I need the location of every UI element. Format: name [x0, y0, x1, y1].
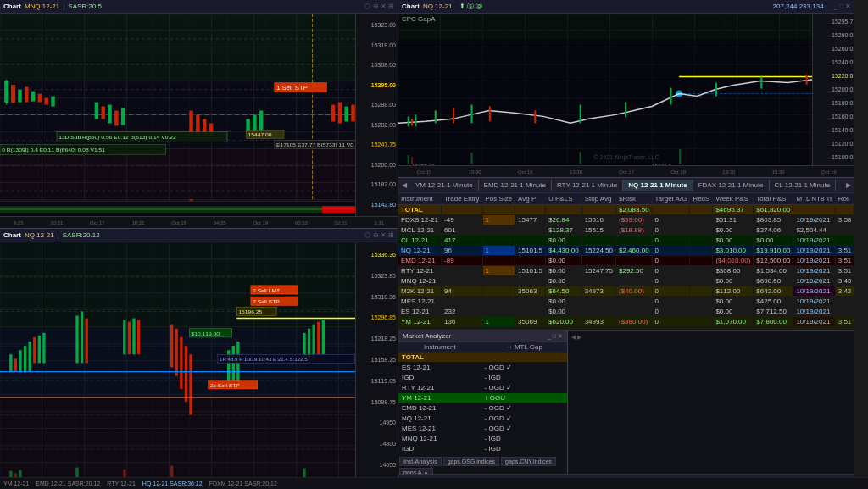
svg-rect-17 [38, 94, 42, 103]
instrument-tabs-bar[interactable]: ◀ YM 12-21 1 Minute EMD 12-21 1 Minute R… [398, 178, 854, 193]
svg-rect-81 [128, 322, 131, 355]
indicator-strip-top [0, 201, 355, 216]
chart-top-right-title: Chart [402, 3, 420, 10]
table-row: CL 12-21 417 $0.00 0 $0.00 $0.00 10/19/2… [398, 236, 854, 246]
chart-bottom-left-header: Chart NQ 12-21 | SASR:20.12 ⬡ ⊕ ✕ ⊞ [0, 229, 398, 242]
chart-top-left-title: Chart [3, 3, 21, 10]
svg-rect-78 [81, 311, 83, 363]
chart-bottom-left-title: Chart [3, 231, 21, 239]
svg-rect-75 [38, 336, 41, 364]
tab-cl[interactable]: CL 12-21 1 Minute [770, 180, 837, 191]
table-section: Instrument Trade Entry Pos Size Avg P U … [398, 193, 854, 330]
svg-rect-69 [9, 354, 12, 371]
svg-rect-62 [0, 397, 398, 489]
svg-rect-34 [338, 103, 342, 124]
svg-text:2 Sell STP: 2 Sell STP [253, 299, 280, 305]
svg-rect-72 [24, 346, 26, 372]
svg-rect-21 [101, 107, 104, 119]
svg-rect-60 [0, 242, 398, 329]
left-panel: Chart MNQ 12-21 | SASR:20.5 ⬡ ⊕ ✕ ⊞ [0, 0, 398, 489]
svg-rect-73 [29, 342, 31, 372]
svg-rect-128 [415, 114, 416, 126]
chart-top-right: Chart NQ 12-21 ⬆ ⓢ ⓐ 207,244,233,134 _ □… [398, 0, 854, 178]
right-panel: Chart NQ 12-21 ⬆ ⓢ ⓐ 207,244,233,134 _ □… [398, 0, 854, 489]
svg-rect-58 [0, 206, 322, 213]
svg-rect-16 [31, 92, 35, 102]
chart-top-right-header: Chart NQ 12-21 ⬆ ⓢ ⓐ 207,244,233,134 _ □… [398, 0, 854, 14]
chart-bottom-left-instrument: NQ 12-21 [25, 231, 54, 239]
chart-top-left-sasr: SASR:20.5 [68, 3, 102, 10]
svg-rect-88 [189, 354, 192, 414]
table-row: YM 12-21 136 1 35069 $620.00 34993 ($380… [398, 317, 854, 327]
col-pos-size: Pos Size [482, 193, 515, 205]
svg-rect-146 [411, 157, 413, 164]
statusbar-left: YM 12-21 EMD 12-21 SASR:20.12 RTY 12-21 … [0, 477, 868, 489]
svg-rect-15 [25, 87, 28, 103]
table-row: MES 12-21 $0.00 0 $0.00 $425.00 10/19/20 [398, 297, 854, 307]
price-labels-top-left: 15323.00 15318.00 15308.00 15295.00 1528… [355, 14, 398, 216]
col-trade-entry: Trade Entry [442, 193, 483, 205]
tab-nq[interactable]: NQ 12-21 1 Minute [623, 180, 693, 191]
price-labels-top-right: 15295.7 15280.0 15260.0 15240.0 15220.0 … [812, 14, 854, 165]
svg-rect-131 [470, 104, 472, 123]
svg-rect-130 [453, 108, 454, 123]
col-mtl: MTL NT8 Tr [793, 193, 835, 205]
table-row: FDXS 12-21 -49 1 15477 $26.84 15516 ($39… [398, 215, 854, 225]
toolbar-icons: ⬡ ⊕ ✕ ⊞ [364, 3, 394, 10]
svg-rect-127 [411, 119, 413, 125]
svg-text:2 Sell LMT: 2 Sell LMT [253, 287, 280, 293]
ma-row: IGD - IGD [398, 444, 567, 454]
chart-bottom-left-canvas: 2 Sell LMT 2 Sell STP 2k Sell STP $10,11… [0, 242, 398, 489]
chart-top-right-svg: 9/15/2021 9:31:00 AM 10/18/2021 9:31:00 … [398, 14, 854, 177]
svg-rect-133 [534, 110, 536, 123]
svg-text:1 Sell STP: 1 Sell STP [276, 84, 308, 91]
chart-bottom-left-svg: 2 Sell LMT 2 Sell STP 2k Sell STP $10,11… [0, 242, 398, 489]
instrument-table-scroll[interactable]: Instrument Trade Entry Pos Size Avg P U … [398, 193, 854, 330]
svg-rect-74 [33, 337, 36, 364]
table-row: TOTAL $2,083.50 $4695.37 $61,820.00 [398, 205, 854, 215]
chart-bottom-left: Chart NQ 12-21 | SASR:20.12 ⬡ ⊕ ✕ ⊞ [0, 229, 398, 489]
tab-gaps-osg[interactable]: gaps.OSG.indices [443, 457, 499, 466]
svg-rect-80 [123, 320, 125, 355]
table-row: EMD 12-21 -89 $0.00 0 ($4,010.00) $12,50… [398, 256, 854, 266]
svg-rect-1 [0, 14, 398, 81]
svg-rect-148 [580, 152, 581, 164]
svg-rect-79 [86, 319, 88, 364]
tab-fdax[interactable]: FDAX 12-21 1 Minute [693, 180, 770, 191]
table-row: M2K 12-21 94 35063 $64.50 34973 ($40.00)… [398, 286, 854, 297]
copyright-text: © 2021 NinjaTrader, LLC [594, 154, 659, 160]
ma-row: EMD 12-21 - OGD ✓ [398, 403, 567, 414]
ma-row: NQ 12-21 - OGD ✓ [398, 414, 567, 424]
svg-rect-134 [580, 104, 581, 123]
tab-emd[interactable]: EMD 12-21 1 Minute [479, 180, 552, 191]
svg-rect-139 [806, 75, 808, 85]
svg-rect-19 [51, 97, 54, 107]
svg-text:13D Sub R(p50) 0.56 E0.12 B(61: 13D Sub R(p50) 0.56 E0.12 B(613) 0.14 V0… [58, 135, 176, 142]
ma-row: RTY 12-21 - OGD ✓ [398, 383, 567, 393]
chart-top-left-header: Chart MNQ 12-21 | SASR:20.5 ⬡ ⊕ ✕ ⊞ [0, 0, 398, 14]
col-avg-p: Avg P [515, 193, 546, 205]
tab-ym[interactable]: YM 12-21 1 Minute [410, 180, 479, 191]
tab-rty[interactable]: RTY 12-21 1 Minute [552, 180, 623, 191]
ma-row: MES 12-21 - OGD ✓ [398, 424, 567, 434]
svg-rect-57 [322, 206, 355, 213]
chart-top-left-svg: 13D Sub R(p50) 0.56 E0.12 B(613) 0.14 V0… [0, 14, 398, 228]
col-roll: Roll [835, 193, 854, 205]
svg-text:0 R(1309I) 0.4 E0.11 B(6640) 0: 0 R(1309I) 0.4 E0.11 B(6640) 0.08 V1.51 [2, 147, 105, 154]
col-upls: U P&LS [546, 193, 582, 205]
col-stop-avg: Stop Avg [581, 193, 615, 205]
svg-text:1R:43.9  P:10/19 10:43  E:21.4: 1R:43.9 P:10/19 10:43 E:21.4 S:122.5 [220, 358, 308, 363]
tab-gaps-cny[interactable]: gaps.CNY.indices [501, 457, 556, 466]
svg-rect-121 [398, 14, 854, 39]
svg-rect-126 [408, 116, 409, 126]
svg-rect-136 [670, 88, 671, 105]
svg-rect-10 [5, 81, 8, 103]
col-total-pls: Total P&S [754, 193, 793, 205]
chart-top-left-instrument: MNQ 12-21 [25, 3, 59, 10]
svg-rect-77 [75, 315, 78, 363]
time-axis-top-left: 9:25 10:21 Oct 17 18:21 Oct 18 04:25 Oct… [0, 216, 398, 228]
tab-inst-analysis[interactable]: Inst-Analysis [399, 457, 442, 466]
cpc-gap-label: CPC GapA [402, 15, 436, 23]
table-row: MNQ 12-21 $0.00 0 $0.00 $698.50 10/19/20 [398, 276, 854, 286]
svg-rect-84 [170, 325, 173, 368]
